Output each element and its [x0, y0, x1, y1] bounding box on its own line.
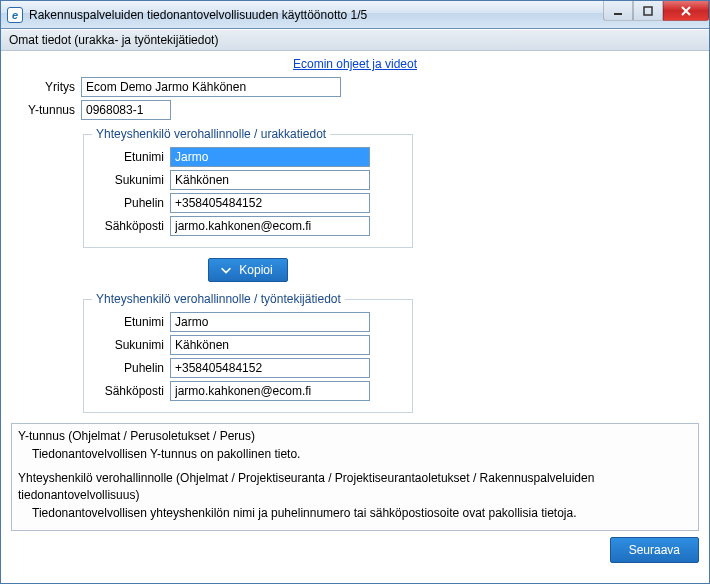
company-label: Yritys — [11, 80, 81, 94]
tyontekija-lastname-label: Sukunimi — [92, 338, 170, 352]
urakka-lastname-input[interactable] — [170, 170, 370, 190]
app-icon: e — [7, 7, 23, 23]
company-row: Yritys — [11, 77, 699, 97]
content: Ecomin ohjeet ja videot Yritys Y-tunnus … — [1, 51, 709, 583]
window: e Rakennuspalveluiden tiedonantovelvolli… — [0, 0, 710, 584]
window-title: Rakennuspalveluiden tiedonantovelvollisu… — [29, 8, 603, 22]
info-line: Y-tunnus (Ohjelmat / Perusoletukset / Pe… — [18, 428, 692, 444]
info-line: Tiedonantovelvollisen yhteyshenkilön nim… — [18, 505, 692, 521]
tyontekija-phone-input[interactable] — [170, 358, 370, 378]
tyontekija-firstname-label: Etunimi — [92, 315, 170, 329]
ytunnus-input[interactable] — [81, 100, 171, 120]
urakka-phone-input[interactable] — [170, 193, 370, 213]
contact-group-urakka: Yhteyshenkilö verohallinnolle / urakkati… — [83, 127, 413, 248]
urakka-email-label: Sähköposti — [92, 219, 170, 233]
urakka-firstname-row: Etunimi — [92, 147, 404, 167]
help-link-row: Ecomin ohjeet ja videot — [11, 57, 699, 71]
minimize-button[interactable] — [603, 1, 633, 21]
tyontekija-phone-label: Puhelin — [92, 361, 170, 375]
tyontekija-firstname-row: Etunimi — [92, 312, 404, 332]
copy-button[interactable]: Kopioi — [208, 258, 287, 282]
svg-rect-1 — [644, 7, 652, 15]
urakka-phone-row: Puhelin — [92, 193, 404, 213]
contact-group-urakka-legend: Yhteyshenkilö verohallinnolle / urakkati… — [92, 127, 330, 141]
contact-group-tyontekija: Yhteyshenkilö verohallinnolle / työnteki… — [83, 292, 413, 413]
tyontekija-lastname-input[interactable] — [170, 335, 370, 355]
ytunnus-row: Y-tunnus — [11, 100, 699, 120]
svg-rect-0 — [614, 13, 622, 15]
urakka-firstname-input[interactable] — [170, 147, 370, 167]
copy-button-label: Kopioi — [239, 263, 272, 277]
urakka-email-input[interactable] — [170, 216, 370, 236]
tyontekija-email-label: Sähköposti — [92, 384, 170, 398]
tyontekija-lastname-row: Sukunimi — [92, 335, 404, 355]
section-header: Omat tiedot (urakka- ja työntekijätiedot… — [1, 29, 709, 51]
chevron-down-icon — [219, 263, 233, 277]
footer: Seuraava — [11, 531, 699, 563]
urakka-email-row: Sähköposti — [92, 216, 404, 236]
maximize-button[interactable] — [633, 1, 663, 21]
tyontekija-phone-row: Puhelin — [92, 358, 404, 378]
tyontekija-firstname-input[interactable] — [170, 312, 370, 332]
urakka-lastname-row: Sukunimi — [92, 170, 404, 190]
ytunnus-label: Y-tunnus — [11, 103, 81, 117]
urakka-lastname-label: Sukunimi — [92, 173, 170, 187]
tyontekija-email-row: Sähköposti — [92, 381, 404, 401]
help-link[interactable]: Ecomin ohjeet ja videot — [293, 57, 417, 71]
minimize-icon — [613, 6, 623, 16]
copy-button-row: Kopioi — [83, 258, 413, 282]
window-buttons — [603, 1, 709, 28]
next-button[interactable]: Seuraava — [610, 537, 699, 563]
urakka-firstname-label: Etunimi — [92, 150, 170, 164]
company-input[interactable] — [81, 77, 341, 97]
tyontekija-email-input[interactable] — [170, 381, 370, 401]
maximize-icon — [643, 6, 653, 16]
urakka-phone-label: Puhelin — [92, 196, 170, 210]
info-pane[interactable]: Y-tunnus (Ohjelmat / Perusoletukset / Pe… — [11, 423, 699, 531]
contact-group-tyontekija-legend: Yhteyshenkilö verohallinnolle / työnteki… — [92, 292, 345, 306]
close-icon — [680, 5, 692, 17]
info-line: Tiedonantovelvollisen Y-tunnus on pakoll… — [18, 446, 692, 462]
titlebar: e Rakennuspalveluiden tiedonantovelvolli… — [1, 1, 709, 29]
close-button[interactable] — [663, 1, 709, 21]
info-line: Yhteyshenkilö verohallinnolle (Ohjelmat … — [18, 470, 692, 502]
